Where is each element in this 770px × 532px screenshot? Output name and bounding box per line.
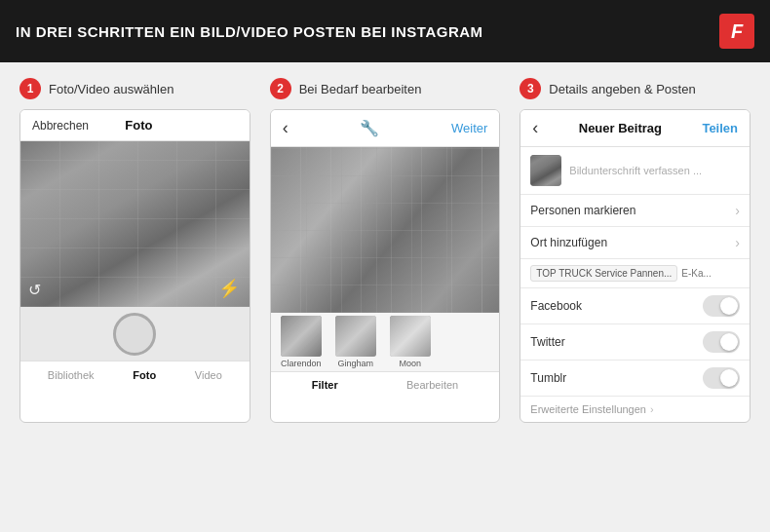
step-2-mockup: ‹ 🔧 Weiter Clarendon: [270, 109, 501, 423]
step-2-bottombar: Filter Bearbeiten: [271, 371, 500, 398]
step-3-tag-0[interactable]: TOP TRUCK Service Pannen...: [530, 265, 677, 282]
step-3-avatar: [530, 155, 561, 186]
header: IN DREI SCHRITTEN EIN BILD/VIDEO POSTEN …: [0, 0, 770, 62]
step-3-settings-row[interactable]: Erweiterte Einstellungen ›: [520, 397, 750, 422]
filter-clarendon-label: Clarendon: [281, 359, 322, 368]
avatar-image: [530, 155, 561, 186]
step-2-next[interactable]: Weiter: [451, 121, 487, 135]
step-2-back-icon[interactable]: ‹: [283, 118, 289, 138]
chevron-right-icon-2: ›: [735, 235, 740, 250]
filter-gingham[interactable]: Gingham: [331, 316, 380, 368]
rotate-icon[interactable]: ↺: [28, 281, 41, 299]
step-3-tag-input[interactable]: [681, 265, 711, 282]
step-3-back-icon[interactable]: ‹: [532, 118, 538, 138]
step-3-tumblr-toggle[interactable]: [703, 367, 740, 389]
step-1-photo: [20, 141, 250, 307]
step-3-mockup: ‹ Neuer Beitrag Teilen Bildunterschrift …: [520, 109, 751, 423]
step-3-add-location-row[interactable]: Ort hinzufügen ›: [520, 227, 750, 259]
step-2: 2 Bei Bedarf bearbeiten ‹ 🔧 Weiter: [270, 78, 501, 423]
step-3-facebook-label: Facebook: [530, 299, 582, 313]
tab-video[interactable]: Video: [195, 369, 222, 381]
step-2-header: 2 Bei Bedarf bearbeiten: [270, 78, 501, 99]
main-content: 1 Foto/Video auswählen Abbrechen Foto ↺ …: [0, 62, 770, 438]
step-3-label: Details angeben & Posten: [549, 82, 695, 96]
flash-icon[interactable]: ⚡: [218, 278, 240, 299]
filter-clarendon[interactable]: Clarendon: [277, 316, 326, 368]
step-2-tool-icon[interactable]: 🔧: [360, 119, 379, 137]
step-3-tag-people-label: Personen markieren: [530, 204, 635, 217]
filter-gingham-thumb: [335, 316, 376, 357]
filter-moon-label: Moon: [399, 359, 421, 368]
step-3-header: 3 Details angeben & Posten: [520, 78, 751, 99]
step-2-image: [271, 147, 500, 313]
step-3-tumblr-label: Tumblr: [530, 371, 566, 385]
step-3-settings-label: Erweiterte Einstellungen: [530, 403, 646, 415]
step-1-image: ↺ ⚡: [20, 141, 250, 307]
step-1-bottombar: Bibliothek Foto Video: [20, 361, 250, 389]
step-3-twitter-toggle[interactable]: [703, 331, 740, 353]
step-3-add-location-label: Ort hinzufügen: [530, 236, 607, 249]
step-3-settings-chevron: ›: [650, 403, 654, 415]
step-1-label: Foto/Video auswählen: [49, 82, 173, 96]
step-3: 3 Details angeben & Posten ‹ Neuer Beitr…: [520, 78, 751, 423]
step-3-facebook-toggle[interactable]: [703, 295, 740, 317]
tab-foto[interactable]: Foto: [133, 369, 156, 381]
header-title: IN DREI SCHRITTEN EIN BILD/VIDEO POSTEN …: [16, 23, 483, 40]
step-2-filter-strip: Clarendon Gingham Moon: [271, 313, 500, 371]
step-3-topbar: ‹ Neuer Beitrag Teilen: [520, 110, 750, 147]
step-3-tumblr-row: Tumblr: [520, 361, 750, 397]
filter-moon-thumb: [390, 316, 431, 357]
filter-clarendon-thumb: [281, 316, 322, 357]
step-3-twitter-label: Twitter: [530, 335, 564, 349]
step-1-active-tab[interactable]: Foto: [125, 118, 152, 133]
step-3-share-button[interactable]: Teilen: [702, 121, 738, 135]
tab-bibliothek[interactable]: Bibliothek: [48, 369, 95, 381]
step-2-number: 2: [270, 78, 291, 99]
filter-gingham-label: Gingham: [337, 359, 373, 368]
step-3-title: Neuer Beitrag: [579, 121, 662, 135]
chevron-right-icon: ›: [735, 203, 740, 218]
step-2-label: Bei Bedarf bearbeiten: [299, 82, 422, 96]
step-3-twitter-row: Twitter: [520, 324, 750, 361]
step-3-number: 3: [520, 78, 541, 99]
step-1: 1 Foto/Video auswählen Abbrechen Foto ↺ …: [19, 78, 250, 423]
step-1-cancel[interactable]: Abbrechen: [32, 119, 89, 133]
filter-moon[interactable]: Moon: [386, 316, 435, 368]
step-3-tags-row: TOP TRUCK Service Pannen...: [520, 259, 750, 288]
step-2-topbar: ‹ 🔧 Weiter: [271, 110, 500, 147]
tab-filter[interactable]: Filter: [312, 379, 338, 391]
step-1-capture-area: [20, 307, 250, 361]
step-1-header: 1 Foto/Video auswählen: [19, 78, 250, 99]
header-logo-icon: F: [719, 14, 754, 49]
step-2-overlay: [271, 147, 500, 313]
step-1-topbar: Abbrechen Foto: [20, 110, 250, 141]
step-3-caption-placeholder[interactable]: Bildunterschrift verfassen ...: [569, 165, 702, 176]
step-1-mockup: Abbrechen Foto ↺ ⚡ Bibliothek Foto Video: [19, 109, 250, 423]
tab-bearbeiten[interactable]: Bearbeiten: [406, 379, 458, 391]
step-1-number: 1: [19, 78, 41, 99]
step-3-caption-row: Bildunterschrift verfassen ...: [520, 147, 750, 195]
step-3-tag-people-row[interactable]: Personen markieren ›: [520, 195, 750, 227]
step-3-facebook-row: Facebook: [520, 288, 750, 324]
capture-button[interactable]: [113, 313, 156, 356]
